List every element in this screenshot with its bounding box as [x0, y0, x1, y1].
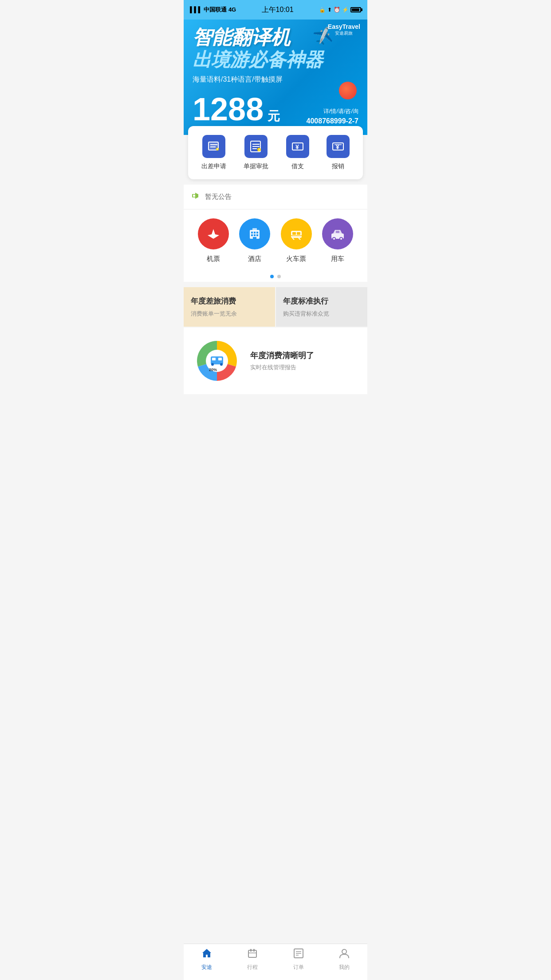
- svg-rect-23: [251, 234, 253, 236]
- svg-rect-25: [256, 234, 258, 236]
- stat-card-travel-cost[interactable]: 年度差旅消费 消费账单一览无余: [184, 287, 275, 327]
- chart-section: 20% 年度消费清晰明了 实时在线管理报告: [184, 328, 367, 394]
- hotel-label: 酒店: [248, 255, 261, 263]
- svg-text:20%: 20%: [209, 368, 217, 372]
- announcement-bar: 暂无公告: [184, 185, 367, 209]
- chart-text-area: 年度消费清晰明了 实时在线管理报告: [250, 350, 358, 371]
- banner-section: EasyTravel 安途易旅 智能翻译机 出境游必备神器 海量语料/31种语言…: [184, 20, 367, 135]
- chart-subtitle: 实时在线管理报告: [250, 364, 358, 371]
- lock-icon: 🔒: [319, 7, 326, 13]
- svg-rect-42: [212, 358, 216, 360]
- status-time: 上午10:01: [262, 5, 294, 15]
- svg-point-38: [340, 238, 342, 240]
- service-car[interactable]: 用车: [322, 218, 353, 263]
- battery-icon: [350, 7, 361, 12]
- svg-point-44: [211, 363, 214, 366]
- red-dot-decoration: [339, 82, 357, 99]
- carousel-dots: [184, 268, 367, 282]
- svg-rect-21: [254, 232, 256, 233]
- svg-line-33: [299, 238, 300, 240]
- contact-info: 详/情/请/咨/询 4008768999-2-7: [307, 107, 358, 125]
- services-grid: 机票 酒店: [193, 218, 358, 263]
- dot-2: [277, 275, 281, 278]
- stat-travel-cost-desc: 消费账单一览无余: [191, 310, 268, 318]
- invoice-approval-icon: ✓: [244, 135, 268, 158]
- quick-actions-panel: 出差申请 ✓ 单据审批 ¥ 借支: [188, 126, 363, 179]
- svg-rect-29: [292, 232, 296, 235]
- stat-standard-desc: 购买违背标准众览: [283, 310, 360, 318]
- svg-line-32: [292, 238, 294, 240]
- carrier-info: ▌▌▌ 中国联通 4G: [190, 6, 236, 14]
- action-invoice-approval-label: 单据审批: [244, 162, 268, 170]
- price-value: 1288: [193, 91, 264, 127]
- action-advance-label: 借支: [291, 162, 304, 170]
- svg-rect-24: [254, 234, 256, 236]
- stat-standard-title: 年度标准执行: [283, 296, 360, 306]
- svg-rect-43: [218, 358, 222, 360]
- svg-rect-26: [253, 237, 256, 239]
- svg-rect-22: [256, 232, 258, 233]
- action-business-trip-label: 出差申请: [201, 162, 226, 170]
- flight-label: 机票: [207, 255, 220, 263]
- svg-point-45: [220, 363, 223, 366]
- location-icon: ⬆: [327, 7, 332, 13]
- stat-travel-cost-title: 年度差旅消费: [191, 296, 268, 306]
- status-bar: ▌▌▌ 中国联通 4G 上午10:01 🔒 ⬆ ⏰ ⚡: [184, 0, 367, 20]
- svg-rect-39: [336, 231, 339, 233]
- action-reimbursement[interactable]: ¥ 报销: [327, 135, 350, 170]
- service-hotel[interactable]: 酒店: [239, 218, 270, 263]
- business-trip-icon: [202, 135, 225, 158]
- svg-point-18: [212, 233, 215, 235]
- flight-icon: [198, 218, 229, 249]
- service-flight[interactable]: 机票: [198, 218, 229, 263]
- svg-rect-30: [297, 232, 300, 235]
- bluetooth-icon: ⚡: [342, 7, 349, 13]
- price-unit: 元: [268, 109, 280, 123]
- chart-title: 年度消费清晰明了: [250, 350, 358, 361]
- action-advance[interactable]: ¥ 借支: [286, 135, 309, 170]
- car-icon: [322, 218, 353, 249]
- action-business-trip[interactable]: 出差申请: [201, 135, 226, 170]
- stats-section: 年度差旅消费 消费账单一览无余 年度标准执行 购买违背标准众览: [184, 287, 367, 327]
- status-icons: 🔒 ⬆ ⏰ ⚡: [319, 7, 361, 13]
- svg-point-36: [333, 238, 335, 240]
- svg-rect-27: [252, 228, 257, 231]
- reimbursement-icon: ¥: [327, 135, 350, 158]
- pie-chart: 20%: [193, 336, 241, 385]
- banner-title2: 出境游必备神器: [193, 50, 358, 70]
- hotel-icon: [239, 218, 270, 249]
- train-label: 火车票: [286, 255, 306, 263]
- price-display: 1288 元: [193, 93, 280, 125]
- dot-1: [270, 275, 274, 278]
- svg-rect-20: [251, 232, 253, 233]
- svg-text:✓: ✓: [258, 148, 261, 151]
- action-reimbursement-label: 报销: [332, 162, 344, 170]
- services-section: 机票 酒店: [184, 209, 367, 268]
- train-icon: [281, 218, 312, 249]
- app-logo: EasyTravel 安途易旅: [328, 23, 360, 36]
- stat-card-standard[interactable]: 年度标准执行 购买违背标准众览: [276, 287, 367, 327]
- signal-bars: ▌▌▌: [190, 6, 202, 13]
- contact-phone: 4008768999-2-7: [307, 117, 358, 125]
- alarm-icon: ⏰: [334, 7, 340, 13]
- service-train[interactable]: 火车票: [281, 218, 312, 263]
- banner-subtitle: 海量语料/31种语言/带触摸屏: [193, 75, 358, 84]
- action-invoice-approval[interactable]: ✓ 单据审批: [244, 135, 268, 170]
- contact-label: 详/情/请/咨/询: [307, 107, 358, 115]
- banner-price-area: 1288 元 详/情/请/咨/询 4008768999-2-7: [193, 93, 358, 125]
- svg-text:¥: ¥: [295, 143, 299, 150]
- car-label: 用车: [331, 255, 344, 263]
- advance-icon: ¥: [286, 135, 309, 158]
- announcement-icon: [191, 191, 201, 203]
- announcement-text: 暂无公告: [205, 193, 232, 201]
